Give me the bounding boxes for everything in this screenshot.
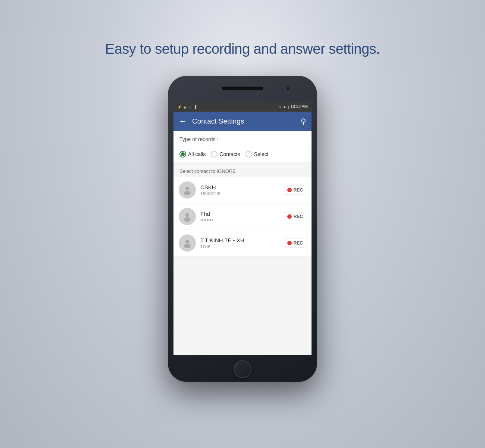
avatar-cskh (179, 181, 196, 199)
rec-badge-fhd[interactable]: REC (284, 212, 306, 221)
status-bar-left (177, 103, 196, 110)
app-bar: ← Contact Settings ⚲ (173, 112, 312, 131)
phone-shell: 10:32 AM ← Contact Settings ⚲ Type of re… (168, 76, 317, 382)
signal-icon (288, 104, 289, 109)
phone-bottom-bezel (168, 357, 317, 382)
status-bar: 10:32 AM (173, 101, 312, 112)
radio-option-all-calls[interactable]: All calls (179, 151, 206, 158)
battery-level-icon (194, 103, 196, 110)
phone-speaker (222, 87, 263, 90)
record-type-label: Type of records : (173, 131, 312, 146)
radio-dot-all-calls (181, 152, 185, 156)
avatar-ttkinhte (179, 234, 196, 252)
status-bar-right: 10:32 AM (278, 104, 308, 109)
rec-label-fhd: REC (294, 214, 303, 219)
radio-circle-contacts (211, 151, 218, 158)
rec-badge-cskh[interactable]: REC (284, 186, 306, 195)
radio-circle-select (245, 151, 252, 158)
svg-point-4 (185, 240, 189, 243)
radio-label-contacts: Contacts (219, 151, 240, 157)
home-button[interactable] (234, 360, 251, 378)
radio-label-select: Select (254, 151, 269, 157)
sim-icon (184, 103, 187, 110)
rec-label-ttkinhte: REC (294, 240, 303, 246)
alarm-icon (278, 104, 281, 109)
svg-point-1 (184, 191, 191, 195)
phone-top-bezel (168, 76, 317, 101)
avatar-fhd (179, 208, 196, 225)
contact-item-ttkinhte[interactable]: T.T KINH TE - XH 1068 REC (173, 230, 312, 256)
android-icon (188, 103, 192, 110)
contact-name-ttkinhte: T.T KINH TE - XH (200, 237, 279, 243)
rec-dot-fhd (287, 214, 292, 219)
search-button[interactable]: ⚲ (301, 117, 306, 126)
rec-badge-ttkinhte[interactable]: REC (284, 239, 306, 248)
contact-info-fhd: Fhd •••••••• (200, 211, 279, 223)
radio-option-select[interactable]: Select (245, 151, 269, 158)
contact-item-fhd[interactable]: Fhd •••••••• REC (173, 203, 312, 230)
contact-number-ttkinhte: 1068 (200, 244, 279, 249)
svg-point-3 (184, 217, 191, 222)
ignore-section-label: Select contact to IGNORE (173, 164, 312, 177)
contact-number-fhd: •••••••• (200, 218, 279, 223)
svg-point-0 (185, 187, 189, 190)
svg-point-5 (184, 244, 191, 248)
rec-label-cskh: REC (294, 187, 303, 193)
contact-number-cskh: 19008198 (200, 191, 279, 196)
radio-circle-all-calls (179, 151, 186, 158)
contact-info-ttkinhte: T.T KINH TE - XH 1068 (200, 237, 279, 249)
contact-info-cskh: CSKH 19008198 (200, 184, 279, 196)
back-button[interactable]: ← (179, 116, 187, 126)
contact-name-fhd: Fhd (200, 211, 279, 217)
status-time: 10:32 AM (291, 104, 308, 109)
page-headline: Easy to setup recording and answer setti… (105, 41, 380, 57)
phone-screen: 10:32 AM ← Contact Settings ⚲ Type of re… (173, 101, 312, 355)
screen-content: Type of records : All calls Contacts (173, 131, 312, 355)
radio-option-contacts[interactable]: Contacts (211, 151, 240, 158)
contact-item-cskh[interactable]: CSKH 19008198 REC (173, 177, 312, 203)
svg-point-2 (185, 213, 189, 217)
usb-icon (177, 103, 182, 110)
radio-label-all-calls: All calls (188, 151, 206, 157)
radio-options-row: All calls Contacts Select (173, 146, 312, 162)
rec-dot-cskh (287, 188, 292, 192)
rec-dot-ttkinhte (287, 241, 292, 245)
contact-name-cskh: CSKH (200, 184, 279, 190)
app-bar-title: Contact Settings (192, 117, 301, 125)
wifi-icon (283, 104, 286, 109)
phone-camera (286, 86, 290, 91)
